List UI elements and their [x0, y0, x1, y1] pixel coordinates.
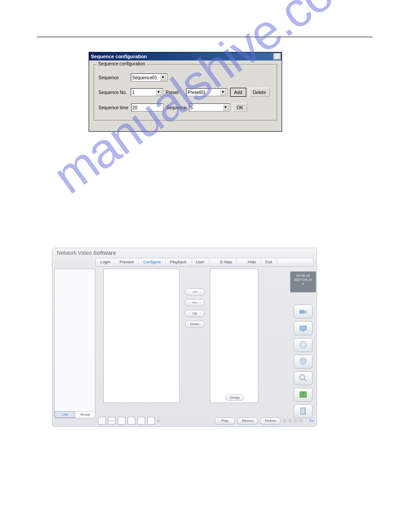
- status-dots: [283, 419, 303, 423]
- book-icon[interactable]: [294, 388, 313, 402]
- clock-date: 2007-05-14: [291, 278, 316, 282]
- sequence-label: Sequence: [98, 75, 128, 80]
- svg-rect-8: [301, 409, 304, 414]
- menu-exit[interactable]: Exit: [261, 258, 277, 266]
- move-right-button[interactable]: ->>: [185, 288, 205, 296]
- svg-rect-0: [300, 310, 305, 313]
- side-tree-panel: List Group: [54, 269, 95, 418]
- transfer-pane: ->> <<- Up Down: [181, 269, 208, 403]
- clock-line3: 1: [291, 282, 316, 286]
- horizontal-rule: [37, 37, 372, 37]
- shield-icon[interactable]: [294, 355, 313, 369]
- move-up-button[interactable]: Up: [185, 310, 205, 317]
- source-list-pane[interactable]: [103, 269, 180, 403]
- sequence-time-input[interactable]: 20: [131, 103, 163, 112]
- group-button[interactable]: Group: [226, 395, 244, 401]
- clock-display: 10:56:25 2007-05-14 1: [290, 271, 316, 292]
- title-b: Software: [93, 250, 116, 256]
- target-list-pane[interactable]: Group: [210, 269, 258, 403]
- chevron-down-icon: ▼: [223, 104, 229, 111]
- menu-login[interactable]: Login: [96, 258, 115, 266]
- menubar: Login Preview Configure Playback User E-…: [95, 258, 314, 267]
- monitor-icon[interactable]: [294, 321, 313, 335]
- grid-6-icon[interactable]: [128, 417, 135, 425]
- chevron-down-icon: ▼: [220, 89, 226, 95]
- preset-value: Preset01: [188, 90, 206, 95]
- menu-configure[interactable]: Configure: [139, 258, 166, 266]
- disc-icon[interactable]: [294, 338, 313, 352]
- fieldset-legend: Sequence configuration: [97, 61, 146, 66]
- sequence2-label: Sequence: [166, 105, 186, 110]
- move-left-button[interactable]: <<-: [185, 299, 205, 306]
- close-icon[interactable]: ×: [274, 53, 281, 60]
- grid-more-icon[interactable]: »: [157, 418, 160, 423]
- grid-4-icon[interactable]: [108, 417, 116, 425]
- grid-1-icon[interactable]: [98, 417, 106, 425]
- status-dot: [288, 419, 292, 423]
- camera-icon[interactable]: [294, 305, 313, 318]
- sequence-value: Sequence01: [132, 75, 157, 80]
- menu-hide[interactable]: Hide: [243, 258, 261, 266]
- status-dot: [283, 419, 287, 423]
- picture-button[interactable]: Picture: [260, 417, 281, 425]
- menu-user[interactable]: User: [192, 258, 210, 266]
- sequence-config-dialog: Sequence configuration × Sequence config…: [89, 52, 282, 132]
- sequence-select[interactable]: Sequence01 ▼: [131, 73, 167, 82]
- status-dot: [294, 419, 297, 423]
- move-down-button[interactable]: Down: [185, 321, 205, 328]
- sequence-no-label: Sequence No.: [98, 90, 128, 95]
- clock-time: 10:56:25: [291, 274, 316, 278]
- search-icon[interactable]: [294, 371, 313, 385]
- grid-9-icon[interactable]: [118, 417, 125, 425]
- record-button[interactable]: Record: [237, 417, 258, 425]
- preset-select[interactable]: Preset01 ▼: [186, 88, 227, 96]
- svg-rect-1: [300, 326, 307, 330]
- sequence2-select[interactable]: 5 ▼: [189, 103, 230, 112]
- sequence-time-value: 20: [133, 105, 137, 110]
- play-button[interactable]: Play: [214, 417, 235, 425]
- menu-playback[interactable]: Playback: [166, 258, 192, 266]
- chevron-down-icon: ▼: [155, 89, 162, 95]
- tab-list[interactable]: List: [55, 411, 75, 418]
- grid-16b-icon[interactable]: [147, 417, 155, 425]
- status-dot: [299, 419, 303, 423]
- menu-emap[interactable]: E-Map: [216, 258, 237, 266]
- app-title: Network Video Software: [52, 248, 317, 258]
- svg-point-4: [302, 344, 304, 346]
- lang-en[interactable]: En: [309, 419, 314, 423]
- dialog-title: Sequence configuration: [91, 54, 147, 59]
- sequence2-value: 5: [190, 105, 193, 110]
- sequence-time-label: Sequence time: [98, 105, 128, 110]
- footer-bar: » Play Record Picture En: [98, 417, 314, 425]
- preset-label: Preset: [166, 90, 184, 95]
- sequence-no-select[interactable]: 1 ▼: [131, 88, 163, 96]
- sequence-config-fieldset: Sequence configuration Sequence Sequence…: [94, 64, 277, 120]
- nvs-app-window: Network Video Software Login Preview Con…: [52, 248, 317, 427]
- sequence-no-value: 1: [132, 90, 135, 95]
- right-toolbar: 10:56:25 2007-05-14 1: [292, 269, 314, 418]
- add-button[interactable]: Add: [230, 88, 246, 97]
- svg-line-6: [304, 379, 307, 382]
- delete-button[interactable]: Delete: [249, 88, 270, 97]
- svg-rect-2: [302, 331, 304, 332]
- grid-16a-icon[interactable]: [137, 417, 145, 425]
- chevron-down-icon: ▼: [160, 74, 166, 81]
- title-a: Network Video: [57, 250, 92, 256]
- door-icon[interactable]: [294, 404, 313, 418]
- dialog-titlebar[interactable]: Sequence configuration ×: [89, 52, 282, 60]
- menu-preview[interactable]: Preview: [115, 258, 139, 266]
- tab-group[interactable]: Group: [75, 411, 95, 418]
- ok-button[interactable]: OK: [233, 103, 247, 112]
